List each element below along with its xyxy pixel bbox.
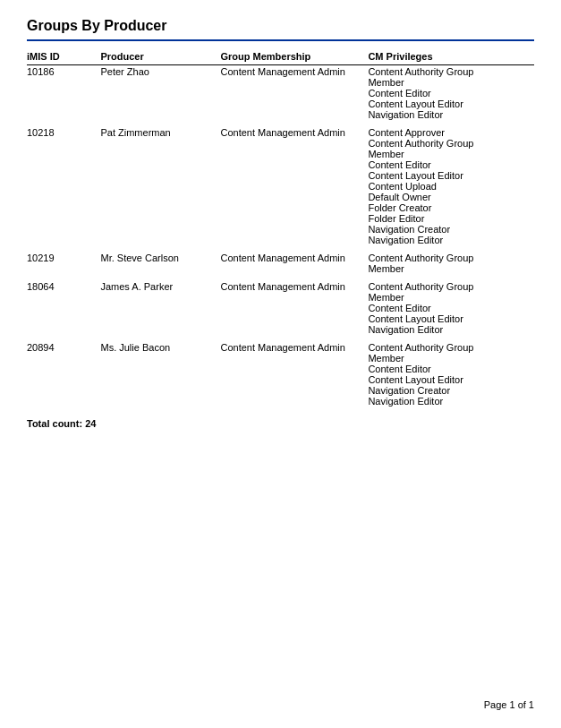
privilege-entry: Content Authority Group: [368, 138, 473, 149]
cell-cm-privileges: Content Authority GroupMemberContent Edi…: [368, 65, 534, 122]
cell-producer: James A. Parker: [100, 280, 220, 336]
cell-producer: Peter Zhao: [100, 65, 220, 122]
privilege-entry: Navigation Editor: [368, 109, 443, 120]
privilege-entry: Member: [368, 77, 404, 88]
col-header-producer: Producer: [100, 48, 220, 65]
col-header-imis: iMIS ID: [27, 48, 100, 65]
cell-group-membership: Content Management Admin: [220, 65, 368, 122]
privilege-entry: Content Authority Group: [368, 253, 473, 263]
privilege-entry: Navigation Creator: [368, 224, 450, 235]
privilege-entry: Content Authority Group: [368, 342, 473, 353]
cell-cm-privileges: Content Authority GroupMemberContent Edi…: [368, 280, 534, 336]
cell-producer: Pat Zimmerman: [100, 126, 220, 246]
cell-imis-id: 10186: [27, 65, 100, 122]
privilege-entry: Member: [368, 149, 404, 159]
col-header-group: Group Membership: [220, 48, 368, 65]
privilege-entry: Navigation Editor: [368, 396, 443, 407]
title-divider: [27, 39, 534, 41]
cell-group-membership: Content Management Admin: [220, 280, 368, 336]
page-footer: Page 1 of 1: [484, 699, 534, 710]
cell-imis-id: 10219: [27, 252, 100, 275]
privilege-entry: Content Layout Editor: [368, 313, 463, 324]
privilege-entry: Content Approver: [368, 127, 445, 138]
privilege-entry: Default Owner: [368, 192, 430, 202]
cell-producer: Ms. Julie Bacon: [100, 341, 220, 407]
groups-table: iMIS ID Producer Group Membership CM Pri…: [27, 48, 534, 407]
privilege-entry: Content Upload: [368, 181, 436, 192]
cell-cm-privileges: Content ApproverContent Authority GroupM…: [368, 126, 534, 246]
privilege-entry: Navigation Editor: [368, 324, 443, 335]
cell-producer: Mr. Steve Carlson: [100, 252, 220, 275]
table-row: 10218Pat ZimmermanContent Management Adm…: [27, 126, 534, 246]
privilege-entry: Content Layout Editor: [368, 170, 463, 181]
privilege-entry: Content Editor: [368, 364, 430, 374]
privilege-entry: Content Authority Group: [368, 66, 473, 77]
cell-imis-id: 10218: [27, 126, 100, 246]
cell-group-membership: Content Management Admin: [220, 341, 368, 407]
privilege-entry: Folder Editor: [368, 213, 424, 224]
cell-group-membership: Content Management Admin: [220, 252, 368, 275]
cell-imis-id: 20894: [27, 341, 100, 407]
privilege-entry: Member: [368, 263, 404, 274]
table-row: 10186Peter ZhaoContent Management AdminC…: [27, 65, 534, 122]
privilege-entry: Member: [368, 353, 404, 364]
cell-cm-privileges: Content Authority GroupMemberContent Edi…: [368, 341, 534, 407]
privilege-entry: Navigation Creator: [368, 385, 450, 396]
page-title: Groups By Producer: [27, 18, 534, 34]
privilege-entry: Folder Creator: [368, 202, 431, 213]
col-header-privileges: CM Privileges: [368, 48, 534, 65]
privilege-entry: Content Editor: [368, 159, 430, 170]
table-row: 20894Ms. Julie BaconContent Management A…: [27, 341, 534, 407]
cell-imis-id: 18064: [27, 280, 100, 336]
privilege-entry: Content Authority Group: [368, 281, 473, 292]
total-count: Total count: 24: [27, 418, 534, 429]
table-row: 18064James A. ParkerContent Management A…: [27, 280, 534, 336]
privilege-entry: Navigation Editor: [368, 235, 443, 245]
privilege-entry: Content Layout Editor: [368, 374, 463, 385]
privilege-entry: Content Editor: [368, 88, 430, 98]
table-header-row: iMIS ID Producer Group Membership CM Pri…: [27, 48, 534, 65]
cell-cm-privileges: Content Authority GroupMember: [368, 252, 534, 275]
privilege-entry: Member: [368, 292, 404, 303]
table-row: 10219Mr. Steve CarlsonContent Management…: [27, 252, 534, 275]
privilege-entry: Content Layout Editor: [368, 98, 463, 109]
cell-group-membership: Content Management Admin: [220, 126, 368, 246]
privilege-entry: Content Editor: [368, 303, 430, 313]
